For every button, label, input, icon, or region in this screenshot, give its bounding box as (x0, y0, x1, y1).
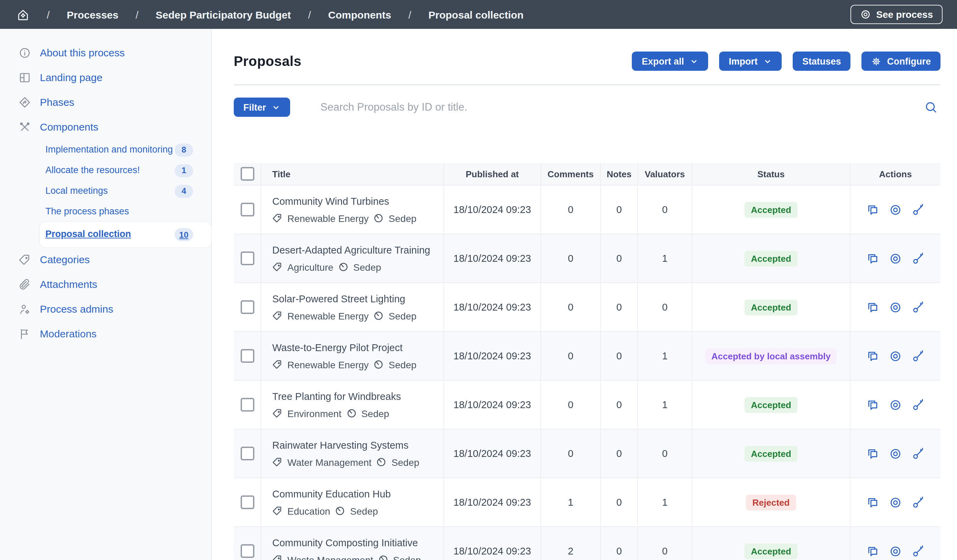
count-badge: 4 (175, 185, 193, 197)
answer-button[interactable] (866, 496, 879, 509)
column-header-title: Title (261, 163, 444, 185)
scope-label: Sedep (389, 213, 417, 224)
filter-label: Filter (243, 102, 266, 112)
row-checkbox[interactable] (240, 349, 254, 363)
sidebar-item-landing-page[interactable]: Landing page (0, 65, 211, 90)
see-process-button[interactable]: See process (850, 5, 943, 24)
column-header-published-at: Published at (444, 163, 541, 185)
breadcrumb-item[interactable]: Components (328, 9, 391, 20)
sidebar-item-phases[interactable]: Phases (0, 90, 211, 115)
permissions-button[interactable] (912, 398, 925, 411)
answer-button[interactable] (866, 203, 879, 216)
sidebar-item-categories[interactable]: Categories (0, 248, 211, 272)
title-cell: Tree Planting for Windbreaks Environment… (261, 381, 444, 429)
preview-button[interactable] (889, 349, 902, 363)
sidebar-item-components[interactable]: Components (0, 115, 211, 139)
row-checkbox[interactable] (240, 398, 254, 412)
permissions-button[interactable] (912, 447, 925, 460)
permissions-button[interactable] (912, 349, 925, 363)
preview-button[interactable] (889, 544, 902, 558)
row-checkbox[interactable] (240, 544, 254, 558)
row-checkbox[interactable] (240, 300, 254, 314)
row-checkbox[interactable] (240, 251, 254, 265)
permissions-button[interactable] (912, 496, 925, 509)
select-all-checkbox[interactable] (240, 167, 254, 181)
answer-button[interactable] (866, 398, 879, 411)
answer-button[interactable] (866, 349, 879, 363)
sidebar-item-about-this-process[interactable]: About this process (0, 41, 211, 65)
search-icon[interactable] (924, 100, 938, 114)
answer-button[interactable] (866, 252, 879, 265)
search-input[interactable] (319, 100, 924, 114)
sidebar-item-process-admins[interactable]: Process admins (0, 297, 211, 322)
notes-count: 0 (601, 186, 638, 233)
proposal-title[interactable]: Desert-Adapted Agriculture Training (272, 244, 439, 255)
notes-count: 0 (601, 478, 638, 526)
answer-button[interactable] (866, 447, 879, 460)
permissions-button[interactable] (912, 544, 925, 558)
process-sidebar: About this processLanding pagePhasesComp… (0, 29, 212, 560)
tag-icon (272, 360, 283, 370)
proposal-title[interactable]: Tree Planting for Windbreaks (272, 391, 439, 402)
title-cell: Waste-to-Energy Pilot Project Renewable … (261, 332, 444, 380)
configure-button[interactable]: Configure (862, 52, 941, 71)
home-icon[interactable] (16, 8, 30, 21)
statuses-button[interactable]: Statuses (793, 52, 851, 71)
permissions-button[interactable] (912, 301, 925, 314)
scope-label: Sedep (354, 262, 381, 273)
proposal-title[interactable]: Waste-to-Energy Pilot Project (272, 342, 439, 353)
proposal-row: Tree Planting for Windbreaks Environment… (234, 380, 941, 429)
valuators-count: 0 (638, 283, 692, 331)
import-button[interactable]: Import (719, 52, 782, 71)
preview-button[interactable] (889, 203, 902, 216)
table-header-row: TitlePublished atCommentsNotesValuatorsS… (234, 163, 941, 185)
key-icon (912, 301, 925, 314)
preview-button[interactable] (889, 496, 902, 509)
preview-button[interactable] (889, 398, 902, 411)
tag-icon (272, 262, 283, 272)
breadcrumb-item[interactable]: Proposal collection (428, 9, 524, 20)
proposal-row: Community Education Hub Education Sedep … (234, 478, 941, 526)
answer-button[interactable] (866, 301, 879, 314)
row-checkbox[interactable] (240, 446, 254, 461)
preview-button[interactable] (889, 252, 902, 265)
sidebar-item-proposal-collection[interactable]: Proposal collection10 (40, 222, 211, 248)
sidebar-item-implementation-and-monitoring[interactable]: Implementation and monitoring8 (0, 139, 211, 160)
permissions-button[interactable] (912, 203, 925, 216)
eye-icon (889, 544, 902, 558)
proposal-title[interactable]: Rainwater Harvesting Systems (272, 439, 439, 450)
proposal-title[interactable]: Community Education Hub (272, 488, 439, 499)
sidebar-item-the-process-phases[interactable]: The process phases (0, 201, 211, 222)
sidebar-item-moderations[interactable]: Moderations (0, 322, 211, 346)
status-badge: Accepted (745, 202, 797, 218)
flag-icon (19, 328, 31, 340)
permissions-button[interactable] (912, 252, 925, 265)
tag-icon (272, 311, 283, 321)
title-cell: Desert-Adapted Agriculture Training Agri… (261, 234, 444, 282)
row-checkbox[interactable] (240, 495, 254, 509)
breadcrumb-item[interactable]: Sedep Participatory Budget (156, 9, 291, 20)
sidebar-item-allocate-the-resources-[interactable]: Allocate the resources!1 (0, 160, 211, 181)
row-checkbox[interactable] (240, 203, 254, 216)
scope-label: Sedep (389, 310, 417, 321)
eye-icon (889, 349, 902, 363)
chevron-down-icon (763, 57, 772, 66)
sidebar-item-attachments[interactable]: Attachments (0, 272, 211, 297)
column-header-notes: Notes (601, 163, 638, 185)
proposal-title[interactable]: Community Composting Initiative (272, 537, 439, 548)
filter-button[interactable]: Filter (234, 98, 290, 117)
proposal-title[interactable]: Solar-Powered Street Lighting (272, 293, 439, 304)
preview-button[interactable] (889, 301, 902, 314)
answer-button[interactable] (866, 544, 879, 558)
row-select-cell (234, 186, 261, 233)
chat-icon (866, 544, 879, 558)
preview-button[interactable] (889, 447, 902, 460)
title-cell: Community Composting Initiative Waste Ma… (261, 527, 444, 560)
scope-icon (374, 311, 384, 321)
sidebar-item-local-meetings[interactable]: Local meetings4 (0, 181, 211, 201)
actions-cell (850, 478, 941, 526)
export-all-button[interactable]: Export all (632, 52, 708, 71)
breadcrumb-item[interactable]: Processes (67, 9, 118, 20)
proposal-title[interactable]: Community Wind Turbines (272, 196, 439, 207)
row-select-cell (234, 527, 261, 560)
